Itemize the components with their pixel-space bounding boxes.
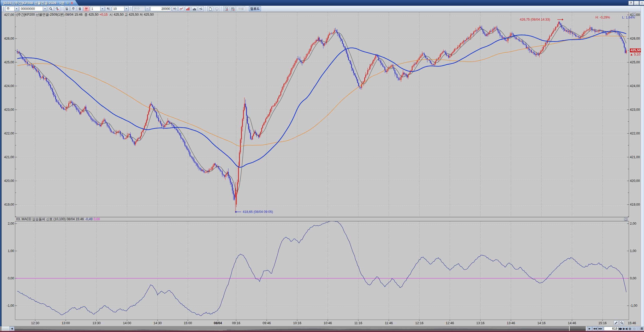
time-tick-label: 14:46 (568, 321, 576, 325)
time-tick-label: 13:30 (92, 321, 100, 325)
fast-back-button[interactable]: ◀◀ (592, 326, 598, 331)
price-tick-label: 419,00 (2, 203, 14, 206)
panel-restore-button[interactable] (633, 13, 636, 16)
macd-signal-value: 0,00 (94, 217, 100, 221)
close-label: 종 (84, 13, 88, 16)
price-tick-label: 425,00 (2, 60, 14, 64)
square-icon (633, 14, 635, 15)
time-tick-label: 13:16 (476, 321, 484, 325)
zoom-tool-button[interactable] (619, 321, 624, 325)
macd-indicator-label: 03. MACD 상승돌파 신호 (10,100) (16, 217, 66, 222)
low-arrow-icon (234, 210, 242, 213)
macd-tick-label: 0,00 (630, 276, 636, 280)
chart-title: [주간]KP200 선물연결-2509(1분) (17, 13, 64, 16)
price-tick-label: 419,00 (630, 203, 640, 206)
annotate-button[interactable] (614, 321, 618, 325)
bar-position-input[interactable] (604, 327, 618, 331)
scroll-left-button[interactable]: ◀ (9, 326, 14, 331)
time-tick-label: 12:46 (446, 321, 454, 325)
right-scroll-strip[interactable] (641, 6, 644, 326)
low-percent-label: L: 1,64% (622, 16, 635, 19)
time-tick-label: 11:46 (385, 321, 393, 325)
macd-tick-label: 1,00 (2, 249, 14, 253)
macd-tick-label: 2,00 (630, 222, 636, 225)
close-bar-button[interactable]: ⊠ (640, 326, 644, 331)
price-tick-label: 424,00 (630, 84, 640, 88)
time-tick-label: 09:16 (232, 321, 240, 325)
zoom-in-button[interactable]: ⊕ (628, 326, 632, 331)
price-tick-label: 420,00 (630, 179, 640, 183)
fast-forward-button[interactable]: ▶▶ (598, 326, 603, 331)
expand-horizontal-button[interactable]: ◀▶ (618, 326, 623, 331)
time-tick-label: 10:16 (293, 321, 301, 325)
macd-tick-label: -1,00 (2, 304, 14, 308)
minimap-view-handle[interactable] (569, 326, 586, 331)
current-price-badge: 425,50 (630, 48, 641, 52)
chart-plot-area[interactable] (0, 0, 644, 332)
price-tick-label: 424,00 (2, 84, 14, 88)
session-low-annotation: 418,65 (08/04 09:05) (243, 210, 273, 214)
time-tick-label: 14:16 (537, 321, 545, 325)
time-tick-label: 15:16 (598, 321, 606, 325)
macd-tick-label: 2,00 (2, 222, 14, 225)
price-tick-label: 421,00 (630, 155, 640, 159)
macd-tick-label: -1,00 (630, 304, 637, 308)
price-tick-label: 426,00 (2, 37, 14, 40)
low-label: 저 (140, 13, 143, 16)
time-tick-label: 12:16 (415, 321, 423, 325)
time-tick-label: 12:30 (31, 321, 39, 325)
step-forward-button[interactable]: ▶ (587, 326, 592, 331)
low-value: 425,50 (144, 13, 154, 16)
price-tick-label: 423,00 (630, 108, 640, 112)
zoom-out-button[interactable]: ⊖ (632, 326, 636, 331)
chart-datetime: 08/04 15:46 (65, 13, 82, 16)
current-change-label: ▲ 5,10 (630, 53, 640, 56)
time-tick-label: 14:30 (153, 321, 162, 325)
axis-end-time-label: 15:46 (628, 321, 636, 325)
price-tick-label: 422,00 (630, 132, 640, 135)
high-percent-label: H: -0,29% (595, 16, 610, 19)
price-tick-label: 421,00 (2, 155, 14, 159)
macd-panel-header[interactable]: 03. MACD 상승돌파 신호 (10,100) 08/04 15:46 -0… (15, 217, 629, 221)
chart-info-line: [주간]KP200 선물연결-2509(1분) 08/04 15:46 종 42… (17, 13, 154, 17)
price-tick-label: 427,00 (2, 13, 14, 17)
bottom-splitter-handle[interactable] (2, 326, 9, 331)
price-tick-label: 426,00 (630, 37, 640, 40)
time-tick-label: 08/04 (214, 321, 222, 325)
open-value: 425,50 (114, 13, 123, 16)
high-label: 고 (124, 13, 128, 16)
window-left-border (0, 6, 2, 332)
time-tick-label: 09:46 (263, 321, 271, 325)
open-label: 시 (109, 13, 113, 16)
price-tick-label: 425,00 (630, 60, 640, 64)
price-tick-label: 422,00 (2, 132, 14, 135)
change-value: +0,15 (99, 13, 108, 16)
collapse-to-end-button[interactable]: ▶◀ (623, 326, 628, 331)
time-tick-label: 11:16 (354, 321, 362, 325)
macd-tick-label: 1,00 (630, 249, 636, 253)
macd-value: -0,49 (85, 217, 93, 221)
time-tick-label: 13:46 (507, 321, 515, 325)
high-arrow-icon (557, 18, 564, 21)
price-tick-label: 423,00 (2, 108, 14, 112)
magnifier-icon (620, 321, 623, 324)
square-icon (625, 218, 627, 220)
session-high-annotation: 426,75 (08/04 14:33) (520, 18, 550, 21)
price-tick-label: 420,00 (2, 179, 14, 183)
time-tick-label: 14:00 (123, 321, 131, 325)
window-bottom-border (0, 331, 644, 332)
close-value: 425,50 (88, 13, 98, 16)
macd-datetime: 08/04 15:46 (67, 217, 84, 221)
bottom-scroll-bar[interactable]: ◀ ▶ ◀◀ ▶▶ ◀▶ ▶◀ ⊕ ⊖ ▢ ⊠ (0, 326, 644, 331)
history-minimap[interactable] (15, 326, 586, 331)
time-tick-label: 15:00 (184, 321, 192, 325)
trading-chart-window: [6101] [주간]KP200 선물연결-2509 - 1분 ↻ X ? _ … (0, 0, 644, 332)
macd-tick-label: 0,00 (2, 276, 14, 280)
pencil-icon (615, 321, 618, 324)
high-value: 425,50 (129, 13, 139, 16)
time-tick-label: 10:46 (324, 321, 332, 325)
time-tick-label: 13:00 (62, 321, 70, 325)
macd-panel-button[interactable] (624, 218, 628, 221)
